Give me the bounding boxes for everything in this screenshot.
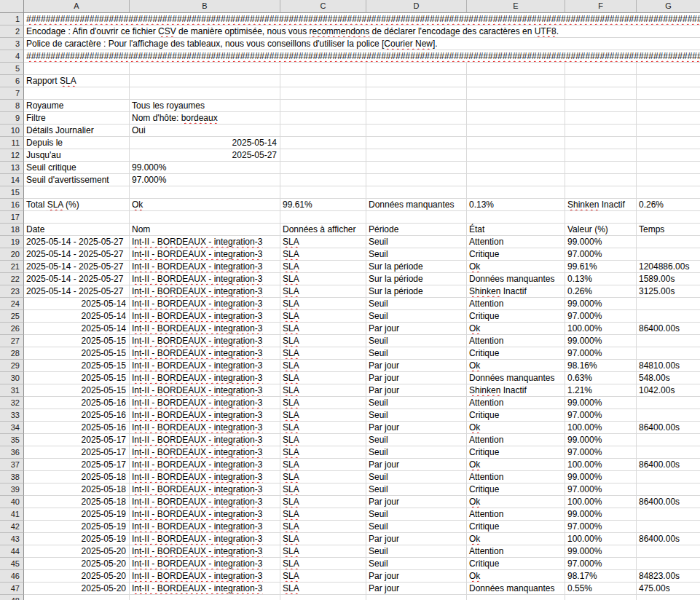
row-header-16[interactable]: 16 <box>0 199 24 211</box>
cell-C38[interactable]: SLA <box>280 471 366 483</box>
cell-C19[interactable]: SLA <box>280 236 366 248</box>
cell-G46[interactable]: 84823.00s <box>637 570 700 583</box>
cell-E48[interactable] <box>467 595 565 600</box>
cell-E22[interactable]: Données manquantes <box>467 273 565 285</box>
cell-A45[interactable]: 2025-05-20 <box>24 558 130 570</box>
cell-E31[interactable]: Shinken Inactif <box>467 384 565 397</box>
cell-D16[interactable]: Données manquantes <box>366 199 467 211</box>
cell-F12[interactable] <box>565 149 637 162</box>
cell-C39[interactable]: SLA <box>280 483 366 496</box>
cell-D36[interactable]: Seuil <box>366 446 467 459</box>
cell-G31[interactable]: 1042.00s <box>637 384 700 397</box>
cell-D22[interactable]: Sur la période <box>366 273 467 285</box>
cell-E20[interactable]: Critique <box>467 248 565 261</box>
cell-F45[interactable]: 97.000% <box>565 558 637 570</box>
cell-G29[interactable]: 84810.00s <box>637 360 700 372</box>
row-header-43[interactable]: 43 <box>0 533 24 545</box>
cell-D42[interactable]: Seuil <box>366 521 467 533</box>
cell-B40[interactable]: Int-II - BORDEAUX - integration-3 <box>130 496 280 508</box>
cell-F6[interactable] <box>565 75 637 87</box>
cell-D8[interactable] <box>366 100 467 112</box>
cell-D27[interactable]: Seuil <box>366 335 467 347</box>
cell-G11[interactable] <box>637 137 700 149</box>
cell-C14[interactable] <box>280 174 366 186</box>
cell-A42[interactable]: 2025-05-19 <box>24 521 130 533</box>
row-header-33[interactable]: 33 <box>0 409 24 422</box>
cell-A43[interactable]: 2025-05-19 <box>24 533 130 545</box>
cell-A27[interactable]: 2025-05-15 <box>24 335 130 347</box>
cell-B9[interactable]: Nom d'hôte: bordeaux <box>130 112 280 125</box>
cell-B38[interactable]: Int-II - BORDEAUX - integration-3 <box>130 471 280 483</box>
cell-C30[interactable]: SLA <box>280 372 366 384</box>
cell-E42[interactable]: Critique <box>467 521 565 533</box>
cell-B39[interactable]: Int-II - BORDEAUX - integration-3 <box>130 483 280 496</box>
cell-A17[interactable] <box>24 211 130 224</box>
cell-G33[interactable] <box>637 409 700 422</box>
cell-A8[interactable]: Royaume <box>24 100 130 112</box>
cell-E6[interactable] <box>467 75 565 87</box>
cell-F13[interactable] <box>565 162 637 174</box>
row-header-8[interactable]: 8 <box>0 100 24 112</box>
cell-D6[interactable] <box>366 75 467 87</box>
column-header-D[interactable]: D <box>366 0 467 13</box>
cell-C16[interactable]: 99.61% <box>280 199 366 211</box>
column-header-E[interactable]: E <box>467 0 565 13</box>
cell-B16[interactable]: Ok <box>130 199 280 211</box>
cell-G35[interactable] <box>637 434 700 446</box>
cell-G37[interactable]: 86400.00s <box>637 459 700 471</box>
cell-G12[interactable] <box>637 149 700 162</box>
cell-B17[interactable] <box>130 211 280 224</box>
row-header-30[interactable]: 30 <box>0 372 24 384</box>
cell-D7[interactable] <box>366 87 467 100</box>
row-header-27[interactable]: 27 <box>0 335 24 347</box>
row-header-38[interactable]: 38 <box>0 471 24 483</box>
cell-A26[interactable]: 2025-05-14 <box>24 323 130 335</box>
cell-G16[interactable]: 0.26% <box>637 199 700 211</box>
cell-A29[interactable]: 2025-05-15 <box>24 360 130 372</box>
cell-E25[interactable]: Critique <box>467 310 565 323</box>
cell-F24[interactable]: 99.000% <box>565 298 637 310</box>
column-header-C[interactable]: C <box>280 0 366 13</box>
cell-E10[interactable] <box>467 125 565 137</box>
cell-E5[interactable] <box>467 63 565 75</box>
cell-B22[interactable]: Int-II - BORDEAUX - integration-3 <box>130 273 280 285</box>
cell-C42[interactable]: SLA <box>280 521 366 533</box>
cell-B41[interactable]: Int-II - BORDEAUX - integration-3 <box>130 508 280 521</box>
cell-F20[interactable]: 97.000% <box>565 248 637 261</box>
row-header-42[interactable]: 42 <box>0 521 24 533</box>
cell-D5[interactable] <box>366 63 467 75</box>
row-header-39[interactable]: 39 <box>0 483 24 496</box>
cell-G25[interactable] <box>637 310 700 323</box>
cell-C41[interactable]: SLA <box>280 508 366 521</box>
cell-E38[interactable]: Attention <box>467 471 565 483</box>
cell-D24[interactable]: Seuil <box>366 298 467 310</box>
column-header-A[interactable]: A <box>24 0 130 13</box>
cell-C12[interactable] <box>280 149 366 162</box>
cell-C22[interactable]: SLA <box>280 273 366 285</box>
cell-F46[interactable]: 98.17% <box>565 570 637 583</box>
cell-G30[interactable]: 548.00s <box>637 372 700 384</box>
cell-C34[interactable]: SLA <box>280 422 366 434</box>
cell-C45[interactable]: SLA <box>280 558 366 570</box>
cell-B44[interactable]: Int-II - BORDEAUX - integration-3 <box>130 545 280 558</box>
cell-E35[interactable]: Attention <box>467 434 565 446</box>
row-header-34[interactable]: 34 <box>0 422 24 434</box>
cell-E11[interactable] <box>467 137 565 149</box>
cell-A9[interactable]: Filtre <box>24 112 130 125</box>
row-header-26[interactable]: 26 <box>0 323 24 335</box>
cell-F11[interactable] <box>565 137 637 149</box>
cell-F30[interactable]: 0.63% <box>565 372 637 384</box>
row-header-46[interactable]: 46 <box>0 570 24 583</box>
cell-C17[interactable] <box>280 211 366 224</box>
cell-G7[interactable] <box>637 87 700 100</box>
cell-E33[interactable]: Critique <box>467 409 565 422</box>
cell-A40[interactable]: 2025-05-18 <box>24 496 130 508</box>
cell-D9[interactable] <box>366 112 467 125</box>
row-header-12[interactable]: 12 <box>0 149 24 162</box>
cell-B15[interactable] <box>130 186 280 199</box>
cell-G14[interactable] <box>637 174 700 186</box>
cell-D41[interactable]: Seuil <box>366 508 467 521</box>
cell-D47[interactable]: Par jour <box>366 583 467 595</box>
cell-A1[interactable]: ########################################… <box>24 13 700 25</box>
cell-E19[interactable]: Attention <box>467 236 565 248</box>
